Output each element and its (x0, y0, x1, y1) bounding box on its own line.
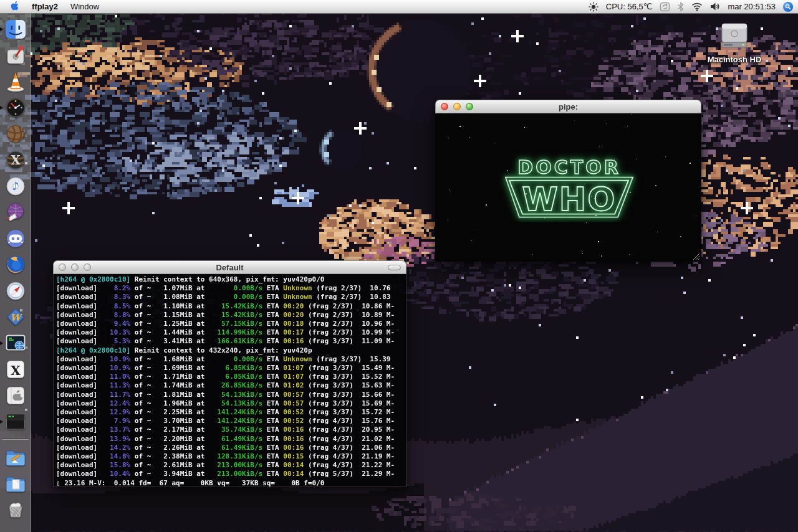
video-star (595, 215, 597, 216)
minimize-button[interactable] (453, 103, 461, 110)
video-star (600, 203, 601, 204)
terminal-line: [download] 13.9% of ~ 2.20MiB at 61.49Ki… (56, 435, 403, 444)
sync-icon[interactable] (660, 1, 670, 12)
cpu-temp[interactable]: CPU: 56,5℃ (606, 2, 653, 11)
video-star (526, 193, 527, 194)
terminal-titlebar[interactable]: Default (53, 260, 406, 274)
video-star (618, 204, 619, 204)
video-star (696, 216, 696, 216)
menu-app-name[interactable]: ffplay2 (32, 2, 58, 11)
video-star (657, 232, 658, 232)
video-star (614, 159, 615, 159)
dock-trash-icon[interactable] (4, 497, 27, 521)
terminal-line: [download] 12.9% of ~ 2.25MiB at 141.24K… (56, 408, 403, 417)
terminal-line: [h264 @ 0x2800c10] Reinit context to 640… (56, 275, 403, 284)
volume-icon[interactable] (710, 1, 720, 12)
terminal-line: [download] 14.8% of ~ 2.38MiB at 128.31K… (56, 452, 403, 461)
dock-apple-utility-icon[interactable] (4, 384, 27, 407)
running-indicator (0, 105, 3, 110)
bluetooth-icon[interactable] (678, 1, 684, 12)
video-star (636, 159, 637, 159)
dock-network-terminal-icon[interactable] (4, 331, 27, 355)
svg-text:WHO: WHO (522, 181, 616, 218)
terminal-line: [download] 11.3% of ~ 1.74MiB at 26.85Ki… (56, 381, 403, 390)
dock-x11-icon[interactable]: X (4, 358, 27, 381)
terminal-line: ▯ 23.16 M-V: 0.014 fd= 67 aq= 0KB vq= 37… (56, 479, 403, 487)
terminal-line: [download] 8.3% of ~ 1.08MiB at 0.00B/s … (56, 293, 403, 302)
terminal-line: [download] 10.3% of ~ 1.44MiB at 114.99K… (56, 328, 403, 337)
wifi-icon[interactable] (691, 1, 703, 12)
video-star (690, 163, 691, 164)
video-star (591, 196, 592, 197)
video-star (589, 176, 589, 176)
menu-clock[interactable]: mar 20:51:53 (728, 2, 776, 11)
video-star (469, 137, 469, 138)
video-star (598, 241, 599, 242)
menu-bar: ffplay2 Window CPU: 56,5℃ mar 20:51:53 (0, 0, 798, 14)
video-star (486, 204, 487, 206)
terminal-line: [download] 15.8% of ~ 2.61MiB at 213.00K… (56, 461, 403, 470)
dock-w-app-icon[interactable]: W (4, 305, 27, 329)
toolbar-pill-button[interactable] (388, 265, 401, 270)
resize-grip[interactable] (692, 252, 700, 260)
dock-vlc-icon[interactable] (4, 70, 27, 93)
video-star (680, 236, 681, 237)
video-star (459, 126, 461, 127)
video-display[interactable]: DOCTOR WHO (435, 113, 701, 262)
svg-text:♪: ♪ (12, 179, 19, 192)
video-star (601, 255, 602, 257)
zoom-button[interactable] (84, 264, 91, 271)
video-star (606, 123, 607, 124)
running-indicator (0, 27, 3, 32)
dock-documents-folder-icon[interactable] (4, 471, 27, 495)
terminal-line: [download] 10.9% of ~ 1.69MiB at 6.85KiB… (56, 364, 403, 373)
video-star (574, 201, 574, 201)
dock-applications-folder-icon[interactable] (4, 445, 27, 468)
terminal-line: [download] 12.4% of ~ 1.96MiB at 54.13Ki… (56, 399, 403, 408)
dock-separator (2, 439, 29, 440)
dock-osx-tiger-x-icon[interactable]: X (4, 148, 27, 172)
dock-purple-globe-icon[interactable] (4, 201, 27, 224)
terminal-line: [download] 13.7% of ~ 2.17MiB at 35.74Ki… (56, 425, 403, 434)
brightness-icon[interactable] (589, 1, 598, 12)
terminal-line: [download] 11.0% of ~ 1.71MiB at 6.85KiB… (56, 373, 403, 381)
terminal-line: [download] 9.4% of ~ 1.25MiB at 57.15KiB… (56, 320, 403, 328)
dock-terminal-icon[interactable] (4, 410, 27, 434)
video-star (471, 240, 472, 240)
dock-gauge-monitor-icon[interactable] (4, 96, 27, 120)
video-star (532, 254, 533, 255)
terminal-line: [download] 10.4% of ~ 3.94MiB at 213.00K… (56, 470, 403, 478)
close-button[interactable] (59, 264, 66, 271)
video-star (545, 210, 546, 211)
video-star (630, 192, 631, 193)
video-star (627, 126, 628, 126)
menu-window[interactable]: Window (70, 2, 99, 11)
video-star (582, 253, 583, 254)
spotlight-icon[interactable] (783, 2, 793, 12)
dock-itunes-icon[interactable]: ♪ (4, 174, 27, 198)
terminal-line: [download] 10.9% of ~ 1.68MiB at 0.00B/s… (56, 355, 403, 364)
dock-wicker-ball-icon[interactable] (4, 122, 27, 146)
dock-firefox-icon[interactable] (4, 253, 27, 277)
dock-safari-icon[interactable] (4, 279, 27, 303)
macintosh-hd-icon[interactable]: Macintosh HD (697, 20, 772, 64)
minimize-button[interactable] (71, 264, 79, 271)
video-star (586, 222, 587, 223)
terminal-line: [download] 5.3% of ~ 3.41MiB at 166.61Ki… (56, 337, 403, 346)
video-star (448, 138, 449, 138)
terminal-title: Default (54, 263, 406, 272)
svg-text:DOCTOR: DOCTOR (517, 156, 621, 178)
terminal-line: [download] 14.2% of ~ 2.26MiB at 61.49Ki… (56, 444, 403, 452)
running-indicator (0, 341, 3, 346)
video-star (594, 198, 595, 199)
doctor-who-logo: DOCTOR WHO (491, 150, 647, 222)
apple-menu-icon[interactable] (10, 1, 19, 12)
terminal-line: [download] 8.8% of ~ 1.15MiB at 15.42KiB… (56, 311, 403, 320)
close-button[interactable] (441, 103, 448, 110)
dock-finder-icon[interactable] (4, 17, 27, 41)
dock-discord-icon[interactable] (4, 227, 27, 250)
dock-lever-app-icon[interactable] (4, 44, 27, 67)
video-titlebar[interactable]: pipe: (435, 100, 701, 113)
zoom-button[interactable] (466, 103, 473, 110)
terminal-line: [h264 @ 0x2800c10] Reinit context to 432… (56, 346, 403, 355)
